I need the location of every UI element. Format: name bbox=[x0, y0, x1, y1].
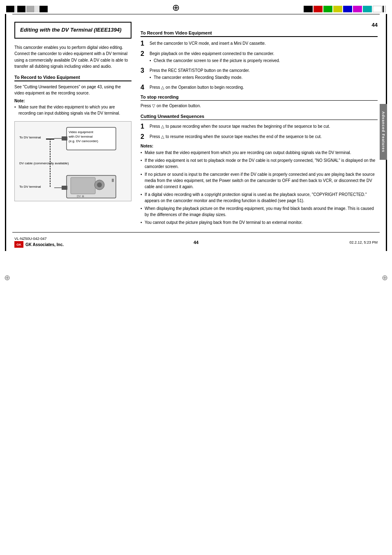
subsection-record-from-video: To Record from Video Equipment 1 Set the… bbox=[141, 30, 378, 91]
diagram-svg: Video equipment with DV terminal (e.g. D… bbox=[17, 124, 124, 200]
subsection-cutting: Cutting Unwanted Sequences 1 Press △ to … bbox=[141, 114, 378, 226]
step-num: 1 bbox=[141, 123, 146, 130]
bullet-item: • Check the camcorder screen to see if t… bbox=[150, 58, 280, 64]
svg-text:DV ⊕: DV ⊕ bbox=[77, 195, 84, 198]
intro-text: This camcorder enables you to perform di… bbox=[14, 44, 131, 70]
color-bar bbox=[385, 6, 386, 12]
step-2: 2 Begin playback on the video equipment … bbox=[141, 51, 378, 64]
svg-rect-11 bbox=[71, 177, 95, 194]
page-number: 44 bbox=[141, 22, 378, 28]
step-3: 3 Press the REC START/STOP button on the… bbox=[141, 67, 378, 81]
bar-segment bbox=[15, 6, 16, 12]
stop-heading: To stop recording bbox=[141, 94, 378, 101]
color-bar bbox=[323, 6, 332, 12]
bar-segment bbox=[6, 6, 14, 12]
svg-text:(e.g. DV camcorder): (e.g. DV camcorder) bbox=[69, 139, 98, 143]
stop-body: Press ▽ on the Operation button. bbox=[141, 103, 378, 109]
note-item: • If the video equipment is not set to p… bbox=[141, 157, 378, 170]
bar-segment bbox=[35, 6, 37, 12]
step-num: 1 bbox=[141, 40, 146, 47]
note-item: • If a digital video recording with a co… bbox=[141, 191, 378, 204]
bar-segment bbox=[26, 6, 35, 12]
step-text: Press △ on the Operation button to begin… bbox=[150, 84, 244, 91]
note-item: • You cannot output the picture playing … bbox=[141, 219, 378, 226]
timestamp: 02.2.12, 5:23 PM bbox=[349, 240, 378, 244]
step-num: 3 bbox=[141, 67, 146, 81]
color-bar bbox=[314, 6, 323, 12]
bar-segment bbox=[37, 6, 39, 12]
subsection-record-video: To Record to Video Equipment See "Cuttin… bbox=[14, 75, 131, 116]
side-tab: Advanced Features bbox=[380, 104, 387, 160]
right-column: 44 To Record from Video Equipment 1 Set … bbox=[141, 22, 378, 227]
color-bar bbox=[304, 6, 313, 12]
center-page-num: 44 bbox=[194, 240, 198, 245]
file-ref: VL-NZ50U-042-047 bbox=[14, 237, 64, 241]
section-box: Editing with the DV Terminal (IEEE1394) bbox=[14, 22, 131, 39]
note-item: • Make sure that the video equipment to … bbox=[14, 104, 131, 116]
svg-rect-8 bbox=[46, 138, 54, 140]
logo-area: GK GK Associates, Inc. bbox=[14, 241, 64, 248]
note-label: Note: bbox=[14, 99, 131, 103]
step-4: 4 Press △ on the Operation button to beg… bbox=[141, 84, 378, 91]
record-from-heading: To Record from Video Equipment bbox=[141, 30, 378, 37]
subsection-stop-recording: To stop recording Press ▽ on the Operati… bbox=[141, 94, 378, 109]
cut-step-1: 1 Press △ to pause recording when the so… bbox=[141, 123, 378, 130]
cutting-heading: Cutting Unwanted Sequences bbox=[141, 114, 378, 120]
step-1: 1 Set the camcorder to VCR mode, and ins… bbox=[141, 40, 378, 47]
crosshair-icon: ⊕ bbox=[49, 3, 302, 12]
bottom-bar: VL-NZ50U-042-047 GK GK Associates, Inc. … bbox=[6, 235, 386, 251]
color-bar bbox=[383, 6, 384, 12]
notes-list: • Make sure that the video equipment fro… bbox=[141, 150, 378, 226]
step-text: Press △ to pause recording when the sour… bbox=[150, 123, 330, 130]
diagram: Video equipment with DV terminal (e.g. D… bbox=[14, 121, 131, 201]
color-bar bbox=[373, 6, 382, 12]
company-name: GK Associates, Inc. bbox=[25, 242, 64, 247]
logo-box: GK bbox=[14, 241, 23, 248]
bottom-left: VL-NZ50U-042-047 GK GK Associates, Inc. bbox=[14, 237, 64, 248]
note-item: • When displaying the playback picture o… bbox=[141, 205, 378, 218]
step-num: 4 bbox=[141, 84, 146, 91]
color-bar bbox=[333, 6, 342, 12]
bar-segment bbox=[17, 6, 25, 12]
svg-text:To DV terminal: To DV terminal bbox=[19, 136, 41, 139]
section-title: Editing with the DV Terminal (IEEE1394) bbox=[20, 27, 126, 34]
step-num: 2 bbox=[141, 51, 146, 64]
svg-text:DV cable (commercially availab: DV cable (commercially available) bbox=[19, 161, 69, 165]
svg-text:with DV terminal: with DV terminal bbox=[68, 135, 92, 138]
cut-step-2: 2 Press △ to resume recording when the s… bbox=[141, 134, 378, 140]
svg-rect-16 bbox=[62, 186, 67, 190]
svg-rect-14 bbox=[112, 179, 114, 182]
color-bar bbox=[343, 6, 352, 12]
svg-text:Video equipment: Video equipment bbox=[69, 130, 94, 134]
cutting-steps: 1 Press △ to pause recording when the so… bbox=[141, 123, 378, 140]
svg-text:To DV terminal: To DV terminal bbox=[19, 185, 41, 189]
subsection1-body: See "Cutting Unwanted Sequences" on page… bbox=[14, 84, 131, 96]
color-bar bbox=[353, 6, 362, 12]
note-list: • Make sure that the video equipment to … bbox=[14, 104, 131, 116]
svg-point-13 bbox=[97, 182, 102, 187]
step-num: 2 bbox=[141, 134, 146, 140]
step-content: Press the REC START/STOP button on the c… bbox=[150, 67, 250, 81]
left-crosshair: ⊕ bbox=[4, 273, 10, 282]
notes-label: Notes: bbox=[141, 144, 378, 148]
color-bar bbox=[363, 6, 372, 12]
bullet-item: • The camcorder enters Recording Standby… bbox=[150, 74, 250, 81]
bar-segment bbox=[39, 6, 48, 12]
note-item: • If no picture or sound is input to the… bbox=[141, 171, 378, 190]
svg-rect-4 bbox=[62, 136, 67, 140]
note-item: • Make sure that the video equipment fro… bbox=[141, 150, 378, 156]
left-column: Editing with the DV Terminal (IEEE1394) … bbox=[14, 22, 131, 227]
step-content: Begin playback on the video equipment co… bbox=[150, 51, 280, 64]
subsection1-heading: To Record to Video Equipment bbox=[14, 75, 131, 81]
step-bullets: • The camcorder enters Recording Standby… bbox=[150, 74, 250, 81]
step-text: Press △ to resume recording when the sou… bbox=[150, 134, 322, 140]
step-bullets: • Check the camcorder screen to see if t… bbox=[150, 58, 280, 64]
step-text: Set the camcorder to VCR mode, and inser… bbox=[150, 40, 266, 47]
steps-list-1: 1 Set the camcorder to VCR mode, and ins… bbox=[141, 40, 378, 91]
right-crosshair: ⊕ bbox=[382, 273, 388, 282]
